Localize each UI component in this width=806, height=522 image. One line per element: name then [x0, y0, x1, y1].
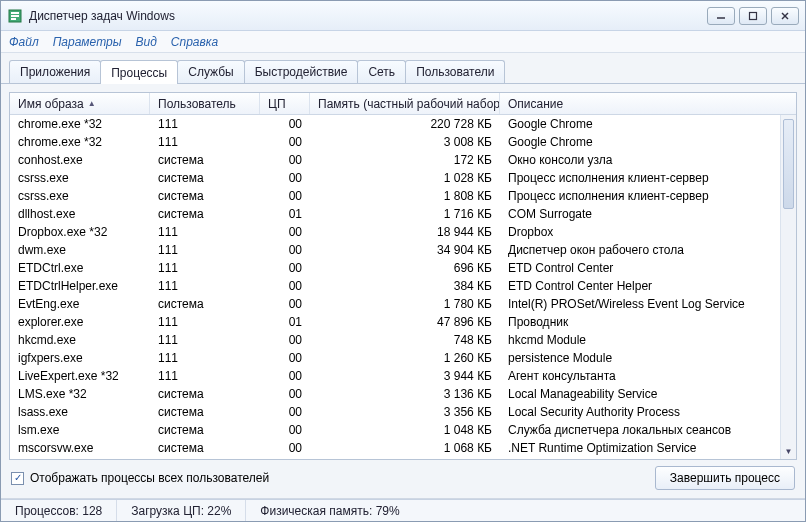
- cell-user: система: [150, 207, 260, 221]
- cell-user: 111: [150, 333, 260, 347]
- cell-cpu: 00: [260, 333, 310, 347]
- status-memory: Физическая память: 79%: [246, 500, 413, 521]
- cell-image: ETDCtrl.exe: [10, 261, 150, 275]
- cell-image: igfxpers.exe: [10, 351, 150, 365]
- table-row[interactable]: csrss.exeсистема001 028 КБПроцесс исполн…: [10, 169, 796, 187]
- table-row[interactable]: conhost.exeсистема00172 КБОкно консоли у…: [10, 151, 796, 169]
- table-row[interactable]: dwm.exe1110034 904 КБДиспетчер окон рабо…: [10, 241, 796, 259]
- cell-user: 111: [150, 351, 260, 365]
- cell-image: LMS.exe *32: [10, 387, 150, 401]
- table-row[interactable]: LiveExpert.exe *32111003 944 КБАгент кон…: [10, 367, 796, 385]
- table-row[interactable]: csrss.exeсистема001 808 КБПроцесс исполн…: [10, 187, 796, 205]
- cell-image: ETDCtrlHelper.exe: [10, 279, 150, 293]
- menu-view[interactable]: Вид: [136, 35, 157, 49]
- col-cpu[interactable]: ЦП: [260, 93, 310, 114]
- table-row[interactable]: ETDCtrlHelper.exe11100384 КБETD Control …: [10, 277, 796, 295]
- tab-processes[interactable]: Процессы: [100, 60, 178, 84]
- table-row[interactable]: lsm.exeсистема001 048 КБСлужба диспетчер…: [10, 421, 796, 439]
- cell-description: ETD Control Center Helper: [500, 279, 780, 293]
- show-all-users-checkbox[interactable]: ✓ Отображать процессы всех пользователей: [11, 471, 269, 485]
- cell-memory: 1 808 КБ: [310, 189, 500, 203]
- col-description[interactable]: Описание: [500, 93, 780, 114]
- bottom-controls: ✓ Отображать процессы всех пользователей…: [9, 460, 797, 490]
- scroll-down-icon[interactable]: ▼: [781, 443, 796, 459]
- menu-help[interactable]: Справка: [171, 35, 218, 49]
- cell-cpu: 00: [260, 225, 310, 239]
- cell-description: .NET Runtime Optimization Service: [500, 441, 780, 455]
- svg-rect-2: [11, 15, 19, 17]
- cell-cpu: 00: [260, 297, 310, 311]
- cell-cpu: 00: [260, 117, 310, 131]
- cell-cpu: 00: [260, 189, 310, 203]
- menu-options[interactable]: Параметры: [53, 35, 122, 49]
- cell-description: Агент консультанта: [500, 369, 780, 383]
- tab-row: Приложения Процессы Службы Быстродействи…: [1, 53, 805, 84]
- table-row[interactable]: dllhost.exeсистема011 716 КБCOM Surrogat…: [10, 205, 796, 223]
- cell-memory: 18 944 КБ: [310, 225, 500, 239]
- end-process-button[interactable]: Завершить процесс: [655, 466, 795, 490]
- col-memory[interactable]: Память (частный рабочий набор): [310, 93, 500, 114]
- cell-description: ETD Control Center: [500, 261, 780, 275]
- cell-description: Local Manageability Service: [500, 387, 780, 401]
- table-row[interactable]: igfxpers.exe111001 260 КБpersistence Mod…: [10, 349, 796, 367]
- cell-description: Local Security Authority Process: [500, 405, 780, 419]
- table-row[interactable]: lsass.exeсистема003 356 КБLocal Security…: [10, 403, 796, 421]
- cell-cpu: 00: [260, 441, 310, 455]
- tab-applications[interactable]: Приложения: [9, 60, 101, 83]
- tab-services[interactable]: Службы: [177, 60, 244, 83]
- cell-user: 111: [150, 117, 260, 131]
- tab-users[interactable]: Пользователи: [405, 60, 505, 83]
- table-row[interactable]: explorer.exe1110147 896 КБПроводник: [10, 313, 796, 331]
- cell-description: Intel(R) PROSet/Wireless Event Log Servi…: [500, 297, 780, 311]
- cell-image: chrome.exe *32: [10, 135, 150, 149]
- cell-user: 111: [150, 135, 260, 149]
- cell-cpu: 00: [260, 405, 310, 419]
- tab-performance[interactable]: Быстродействие: [244, 60, 359, 83]
- scroll-thumb[interactable]: [783, 119, 794, 209]
- cell-user: система: [150, 405, 260, 419]
- table-row[interactable]: chrome.exe *3211100220 728 КБGoogle Chro…: [10, 115, 796, 133]
- sort-asc-icon: ▲: [88, 99, 96, 108]
- cell-user: система: [150, 441, 260, 455]
- cell-image: csrss.exe: [10, 171, 150, 185]
- cell-memory: 1 780 КБ: [310, 297, 500, 311]
- minimize-button[interactable]: [707, 7, 735, 25]
- cell-image: dllhost.exe: [10, 207, 150, 221]
- cell-user: 111: [150, 225, 260, 239]
- table-row[interactable]: ETDCtrl.exe11100696 КБETD Control Center: [10, 259, 796, 277]
- cell-description: Окно консоли узла: [500, 153, 780, 167]
- maximize-button[interactable]: [739, 7, 767, 25]
- cell-cpu: 00: [260, 423, 310, 437]
- process-list: Имя образа ▲ Пользователь ЦП Память (час…: [9, 92, 797, 460]
- svg-rect-5: [750, 12, 757, 19]
- cell-image: csrss.exe: [10, 189, 150, 203]
- table-row[interactable]: chrome.exe *32111003 008 КБGoogle Chrome: [10, 133, 796, 151]
- table-row[interactable]: LMS.exe *32система003 136 КБLocal Manage…: [10, 385, 796, 403]
- menu-file[interactable]: Файл: [9, 35, 39, 49]
- cell-description: Google Chrome: [500, 135, 780, 149]
- cell-image: lsm.exe: [10, 423, 150, 437]
- cell-memory: 1 716 КБ: [310, 207, 500, 221]
- table-row[interactable]: Dropbox.exe *321110018 944 КБDropbox: [10, 223, 796, 241]
- scrollbar[interactable]: ▲ ▼: [780, 115, 796, 459]
- tab-network[interactable]: Сеть: [357, 60, 406, 83]
- cell-cpu: 00: [260, 351, 310, 365]
- checkbox-icon: ✓: [11, 472, 24, 485]
- table-row[interactable]: hkcmd.exe11100748 КБhkcmd Module: [10, 331, 796, 349]
- cell-user: 111: [150, 369, 260, 383]
- col-user[interactable]: Пользователь: [150, 93, 260, 114]
- cell-memory: 172 КБ: [310, 153, 500, 167]
- cell-user: система: [150, 189, 260, 203]
- cell-user: 111: [150, 261, 260, 275]
- cell-description: Диспетчер окон рабочего стола: [500, 243, 780, 257]
- cell-cpu: 00: [260, 279, 310, 293]
- table-row[interactable]: mscorsvw.exeсистема001 068 КБ.NET Runtim…: [10, 439, 796, 457]
- window-title: Диспетчер задач Windows: [29, 9, 707, 23]
- cell-description: Проводник: [500, 315, 780, 329]
- cell-description: COM Surrogate: [500, 207, 780, 221]
- col-image[interactable]: Имя образа ▲: [10, 93, 150, 114]
- checkbox-label: Отображать процессы всех пользователей: [30, 471, 269, 485]
- close-button[interactable]: [771, 7, 799, 25]
- table-row[interactable]: EvtEng.exeсистема001 780 КБIntel(R) PROS…: [10, 295, 796, 313]
- cell-image: conhost.exe: [10, 153, 150, 167]
